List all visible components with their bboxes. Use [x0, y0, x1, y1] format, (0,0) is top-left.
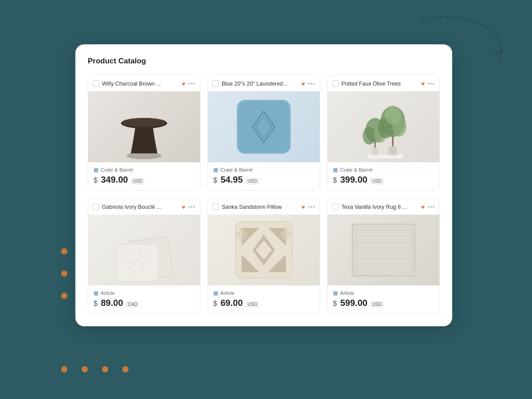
product-price: $ 89.00: [94, 298, 123, 308]
product-header: Blue 20"x 20" Laundered... ♥ ⋯: [208, 75, 320, 91]
product-checkbox[interactable]: [332, 203, 339, 210]
svg-point-28: [125, 251, 128, 254]
more-menu-icon[interactable]: ⋯: [308, 203, 314, 211]
product-footer: ▦ Crate & Barrel $ 399.00 USD: [328, 162, 439, 190]
product-footer: ▦ Article $ 89.00 CAD: [88, 286, 200, 313]
price-row: $ 89.00 CAD: [94, 298, 195, 308]
price-row: $ 599.00 USD: [333, 298, 434, 308]
product-price: $ 54.95: [213, 175, 243, 185]
currency-badge: USD: [246, 178, 259, 184]
price-row: $ 399.00 USD: [333, 175, 434, 185]
product-checkbox[interactable]: [212, 203, 219, 210]
deco-dot: [61, 248, 67, 254]
product-item: Potted Faux Olive Trees ♥ ⋯: [327, 74, 440, 191]
deco-dots-bottom: [61, 366, 129, 372]
svg-point-31: [145, 249, 148, 251]
product-footer: ▦ Article $ 599.00 USD: [328, 286, 439, 313]
heart-icon[interactable]: ♥: [301, 203, 305, 211]
price-row: $ 54.95 USD: [213, 175, 314, 185]
product-item: Willy Charcoal Brown ... ♥ ⋯ ▦: [88, 74, 200, 191]
heart-icon[interactable]: ♥: [182, 203, 185, 211]
product-item: Gabriola Ivory Bouclé ... ♥ ⋯: [88, 198, 200, 314]
svg-point-37: [128, 267, 130, 269]
currency-badge: USD: [131, 178, 145, 184]
store-name: Article: [340, 290, 354, 296]
product-item: Blue 20"x 20" Laundered... ♥ ⋯: [207, 74, 320, 191]
product-name: Blue 20"x 20" Laundered...: [222, 81, 299, 87]
product-image: [88, 91, 200, 162]
svg-rect-52: [352, 224, 415, 276]
product-name: Willy Charcoal Brown ...: [102, 81, 179, 87]
more-menu-icon[interactable]: ⋯: [188, 203, 195, 211]
deco-dot: [61, 293, 67, 299]
product-checkbox[interactable]: [212, 80, 219, 87]
currency-badge: USD: [370, 178, 384, 184]
deco-dot: [61, 366, 67, 372]
store-name: Article: [220, 290, 235, 296]
svg-point-7: [278, 113, 280, 114]
product-header: Willy Charcoal Brown ... ♥ ⋯: [88, 75, 200, 91]
product-header: Sanka Sandstorm Pillow ♥ ⋯: [208, 198, 320, 215]
product-image: [208, 91, 320, 162]
product-price: $ 69.00: [213, 298, 243, 308]
svg-rect-23: [368, 155, 403, 158]
svg-point-34: [137, 259, 139, 261]
product-image: [208, 215, 320, 286]
catalog-card: Product Catalog Willy Charcoal Brown ...…: [75, 44, 452, 326]
more-menu-icon[interactable]: ⋯: [188, 79, 195, 88]
product-grid: Willy Charcoal Brown ... ♥ ⋯ ▦: [88, 74, 440, 314]
product-name: Potted Faux Olive Trees: [341, 81, 419, 87]
product-image: [88, 215, 200, 286]
store-icon: ▦: [333, 167, 338, 173]
price-row: $ 69.00 USD: [213, 298, 314, 308]
svg-point-39: [141, 269, 143, 271]
svg-point-29: [132, 248, 134, 250]
product-checkbox[interactable]: [93, 80, 99, 87]
product-image: [328, 215, 439, 286]
heart-icon[interactable]: ♥: [182, 80, 185, 87]
heart-icon[interactable]: ♥: [421, 203, 425, 211]
more-menu-icon[interactable]: ⋯: [427, 79, 434, 88]
heart-icon[interactable]: ♥: [301, 80, 305, 87]
deco-dot: [61, 270, 67, 277]
deco-dot: [122, 366, 129, 372]
store-icon: ▦: [94, 167, 98, 173]
store-icon: ▦: [333, 290, 338, 296]
product-checkbox[interactable]: [332, 80, 339, 87]
product-price: $ 599.00: [333, 298, 368, 308]
catalog-title: Product Catalog: [88, 57, 440, 66]
svg-point-2: [122, 118, 166, 127]
deco-dot: [82, 366, 88, 372]
product-checkbox[interactable]: [93, 203, 99, 210]
store-icon: ▦: [213, 290, 218, 296]
svg-rect-26: [115, 243, 160, 282]
more-menu-icon[interactable]: ⋯: [427, 203, 434, 211]
svg-point-35: [143, 263, 145, 266]
store-name: Crate & Barrel: [101, 167, 133, 172]
product-name: Sanka Sandstorm Pillow: [222, 204, 299, 210]
currency-badge: USD: [246, 301, 259, 308]
store-name: Crate & Barrel: [220, 167, 253, 172]
product-footer: ▦ Crate & Barrel $ 54.95 USD: [208, 162, 320, 190]
svg-point-8: [247, 139, 249, 141]
product-footer: ▦ Crate & Barrel $ 349.00 USD: [88, 162, 200, 190]
store-row: ▦ Crate & Barrel: [94, 167, 195, 173]
price-row: $ 349.00 USD: [94, 175, 195, 185]
store-icon: ▦: [94, 290, 98, 296]
svg-point-6: [247, 113, 249, 114]
svg-point-33: [129, 261, 132, 264]
svg-point-22: [385, 107, 401, 125]
store-row: ▦ Article: [94, 290, 195, 296]
product-header: Gabriola Ivory Bouclé ... ♥ ⋯: [88, 198, 200, 215]
svg-point-32: [123, 258, 125, 260]
product-name: Texa Vanilla Ivory Rug 8 ...: [341, 204, 419, 210]
store-row: ▦ Crate & Barrel: [333, 167, 434, 173]
svg-point-30: [138, 252, 141, 255]
store-row: ▦ Article: [333, 290, 434, 296]
more-menu-icon[interactable]: ⋯: [308, 79, 314, 88]
heart-icon[interactable]: ♥: [421, 80, 425, 87]
store-name: Article: [101, 290, 115, 296]
product-price: $ 349.00: [94, 175, 128, 185]
product-header: Potted Faux Olive Trees ♥ ⋯: [328, 75, 439, 91]
product-price: $ 399.00: [333, 175, 368, 185]
